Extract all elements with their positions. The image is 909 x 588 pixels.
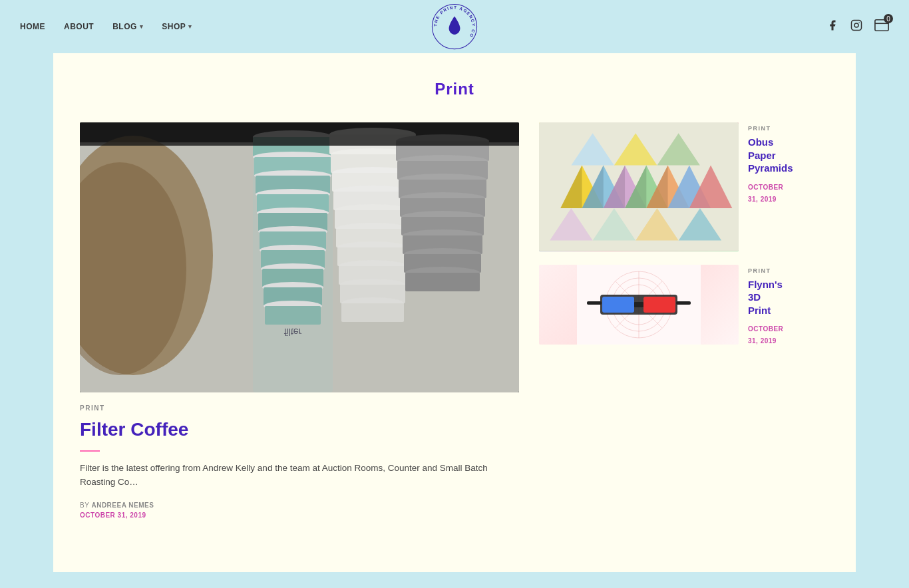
cart-icon[interactable]: 0 — [874, 18, 889, 35]
svg-rect-68 — [80, 122, 519, 146]
main-content: Print — [53, 53, 856, 572]
featured-post: filter — [80, 122, 519, 519]
svg-rect-101 — [587, 301, 602, 305]
sidebar-post-2[interactable]: PRINT Flynn's 3D Print OCTOBER 31, 2019 — [539, 265, 739, 347]
site-logo[interactable]: THE PRINT AGENCY CO — [431, 3, 478, 50]
post-date: OCTOBER 31, 2019 — [80, 512, 519, 519]
sidebar-posts: PRINT Obus Paper Pyramids OCTOBER 31, 20… — [539, 122, 739, 346]
cart-count: 0 — [884, 14, 893, 23]
post-author: ANDREEA NEMES — [91, 502, 154, 509]
sidebar-date-2: OCTOBER 31, 2019 — [748, 325, 783, 345]
sidebar-title-1[interactable]: Obus Paper Pyramids — [748, 136, 793, 175]
svg-rect-67 — [405, 273, 480, 291]
featured-image[interactable]: filter — [80, 122, 519, 392]
svg-rect-102 — [676, 301, 691, 305]
featured-excerpt: Filter is the latest offering from Andre… — [80, 461, 519, 490]
nav-left: HOME ABOUT BLOG ▾ SHOP ▾ — [20, 22, 192, 31]
page-title: Print — [80, 80, 829, 98]
svg-rect-100 — [634, 302, 643, 307]
svg-rect-2 — [852, 21, 862, 31]
svg-point-4 — [858, 22, 860, 23]
sidebar-post-1-info: PRINT Obus Paper Pyramids OCTOBER 31, 20… — [748, 122, 793, 204]
instagram-icon[interactable] — [850, 19, 862, 34]
sidebar-thumb-2 — [539, 265, 739, 345]
post-meta: BY ANDREEA NEMES OCTOBER 31, 2019 — [80, 502, 519, 519]
nav-about[interactable]: ABOUT — [64, 22, 94, 31]
svg-rect-30 — [265, 306, 321, 325]
nav-right: 0 — [826, 18, 889, 35]
svg-text:filter: filter — [284, 327, 302, 337]
chevron-down-icon: ▾ — [140, 23, 144, 30]
sidebar-post-2-info: PRINT Flynn's 3D Print OCTOBER 31, 2019 — [748, 265, 783, 347]
nav-shop[interactable]: SHOP ▾ — [162, 22, 192, 31]
sidebar-title-2[interactable]: Flynn's 3D Print — [748, 278, 783, 317]
svg-rect-98 — [602, 297, 634, 313]
featured-title[interactable]: Filter Coffee — [80, 418, 519, 441]
sidebar-post-1[interactable]: PRINT Obus Paper Pyramids OCTOBER 31, 20… — [539, 122, 739, 251]
chevron-down-icon: ▾ — [188, 23, 192, 30]
nav-blog[interactable]: BLOG ▾ — [112, 22, 143, 31]
sidebar-date-1: OCTOBER 31, 2019 — [748, 184, 783, 203]
sidebar-thumb-1 — [539, 122, 739, 251]
sidebar-category-1: PRINT — [748, 125, 793, 132]
post-divider — [80, 450, 100, 452]
svg-rect-51 — [341, 303, 404, 322]
nav-home[interactable]: HOME — [20, 22, 45, 31]
site-header: HOME ABOUT BLOG ▾ SHOP ▾ THE PRINT AGENC… — [0, 0, 909, 53]
facebook-icon[interactable] — [826, 19, 838, 34]
sidebar-category-2: PRINT — [748, 267, 783, 274]
featured-category: PRINT — [80, 404, 519, 412]
svg-rect-99 — [643, 297, 675, 313]
by-label: BY — [80, 502, 89, 509]
svg-point-3 — [854, 23, 858, 27]
content-grid: filter — [80, 122, 829, 519]
